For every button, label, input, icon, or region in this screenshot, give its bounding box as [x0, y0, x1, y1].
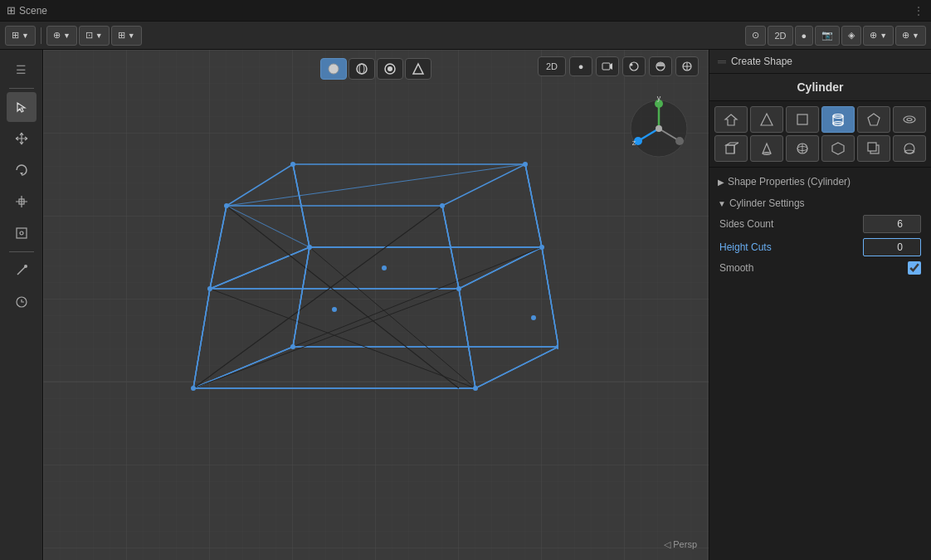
cube-2-shape-btn[interactable] [714, 135, 748, 162]
scale-tool-btn[interactable] [7, 187, 37, 217]
height-cuts-row: Height Cuts [716, 236, 924, 259]
solid-view-btn[interactable] [320, 58, 347, 80]
svg-line-28 [193, 289, 210, 388]
svg-rect-72 [797, 114, 807, 124]
gizmo-svg: y z [626, 95, 692, 162]
select-tool-btn[interactable] [7, 92, 37, 122]
render-settings-btn[interactable]: ◈ [841, 26, 861, 46]
shape-properties-header[interactable]: ▶ Shape Properties (Cylinder) [716, 173, 924, 191]
svg-line-23 [293, 247, 542, 347]
sides-count-row: Sides Count [716, 212, 924, 236]
height-cuts-label: Height Cuts [719, 241, 856, 253]
triangle-shape-btn[interactable] [750, 106, 783, 133]
svg-line-21 [193, 289, 459, 388]
house-shape-btn[interactable] [714, 106, 748, 133]
svg-line-27 [525, 164, 542, 247]
smooth-row: Smooth [716, 259, 924, 277]
cylinder-settings-section: ▼ Cylinder Settings Sides Count Height C… [716, 194, 924, 277]
editor-type-btn[interactable]: ● [795, 26, 814, 46]
svg-point-42 [290, 344, 295, 349]
svg-text:z: z [632, 139, 636, 147]
svg-marker-14 [193, 247, 310, 388]
scene-label: Scene [19, 5, 47, 17]
svg-point-36 [207, 286, 212, 291]
camera-view-btn[interactable]: 📷 [815, 26, 840, 46]
svg-marker-10 [210, 164, 310, 289]
height-cuts-input[interactable] [863, 238, 921, 256]
mode-selector-btn[interactable]: ⊞ ▼ [5, 26, 36, 46]
sides-count-input[interactable] [863, 215, 921, 233]
wireframe-view-btn[interactable] [349, 58, 375, 80]
svg-point-68 [675, 137, 684, 145]
viewport-gizmo-btn[interactable] [675, 56, 699, 76]
cylinder-settings-label: Cylinder Settings [729, 197, 805, 209]
svg-point-77 [904, 116, 915, 123]
svg-point-55 [631, 64, 633, 66]
svg-line-30 [293, 247, 310, 347]
material-view-btn[interactable] [405, 58, 431, 80]
snap-dropdown-icon: ▼ [128, 32, 135, 40]
svg-point-33 [440, 203, 445, 208]
overlay-toggle-btn[interactable] [649, 56, 672, 76]
svg-point-44 [332, 307, 337, 312]
svg-line-18 [227, 206, 459, 388]
camera-icon-btn[interactable] [596, 56, 619, 76]
shape-button-grid [709, 101, 931, 168]
pivot-dropdown-icon: ▼ [95, 32, 103, 40]
svg-marker-52 [413, 64, 423, 74]
navigation-gizmo[interactable]: y z [626, 95, 692, 162]
svg-point-78 [907, 119, 912, 121]
ring-shape-btn[interactable] [893, 106, 926, 133]
panel-title: Create Shape [731, 56, 792, 67]
2d-mode-btn[interactable]: 2D [768, 26, 792, 46]
cylinder-settings-arrow-icon: ▼ [718, 199, 726, 208]
transform-tool-btn[interactable] [7, 218, 37, 248]
cylinder-settings-header[interactable]: ▼ Cylinder Settings [716, 194, 924, 212]
wireframe-object [127, 139, 558, 471]
rotate-tool-btn[interactable] [7, 155, 37, 185]
panel-drag-handle: ═ [718, 55, 726, 68]
snap-btn[interactable]: ⊞ ▼ [111, 26, 142, 46]
gizmo-settings-btn[interactable]: ⊕ ▼ [895, 26, 926, 46]
svg-marker-76 [868, 114, 880, 125]
svg-point-2 [20, 231, 23, 235]
svg-line-29 [459, 289, 475, 388]
mode-dropdown-icon: ▼ [22, 32, 29, 40]
pivot-point-btn[interactable]: ⊡ ▼ [79, 26, 110, 46]
svg-point-39 [539, 245, 544, 250]
3d-viewport[interactable]: 2D ● [43, 50, 709, 560]
svg-point-54 [630, 62, 638, 71]
render-mode-btn[interactable] [622, 56, 646, 76]
circle-shape-btn[interactable] [893, 135, 926, 162]
move-tool-btn[interactable] [7, 124, 37, 153]
sides-count-label: Sides Count [719, 218, 856, 230]
hexagon-shape-btn[interactable] [821, 135, 855, 162]
svg-marker-13 [293, 247, 558, 347]
rendered-view-btn[interactable] [377, 58, 403, 80]
viewport-shading-btn[interactable]: ⊙ [745, 26, 766, 46]
left-toolbar: ☰ [0, 50, 43, 560]
square-shape-btn[interactable] [786, 106, 819, 133]
svg-line-20 [210, 289, 475, 388]
hash-icon: ⊞ [7, 4, 16, 17]
annotate-tool-btn[interactable] [7, 256, 37, 285]
svg-rect-1 [17, 228, 27, 238]
svg-point-91 [904, 144, 914, 153]
sphere-shape-btn[interactable] [786, 135, 819, 162]
smooth-checkbox[interactable] [908, 261, 921, 275]
global-icon: ⊕ [53, 30, 61, 41]
window-options-icon[interactable]: ⋮ [913, 4, 924, 17]
pentagon-shape-btn[interactable] [857, 106, 890, 133]
measure-tool-btn[interactable] [7, 287, 37, 317]
svg-line-22 [310, 247, 475, 388]
viewport-display-buttons [320, 58, 431, 80]
2d-toggle-btn[interactable]: 2D [538, 56, 566, 76]
viewport-shading-dot-btn[interactable]: ● [569, 56, 592, 76]
overlay-settings-btn[interactable]: ⊕ ▼ [863, 26, 894, 46]
window-title-bar: ⊞ Scene ⋮ [0, 0, 931, 22]
cylinder-shape-btn[interactable] [821, 106, 855, 133]
shape-properties-section: ▶ Shape Properties (Cylinder) [716, 173, 924, 191]
copy-shape-btn[interactable] [857, 135, 890, 162]
transform-orientations-btn[interactable]: ⊕ ▼ [46, 26, 77, 46]
triangle-2-shape-btn[interactable] [750, 135, 783, 162]
